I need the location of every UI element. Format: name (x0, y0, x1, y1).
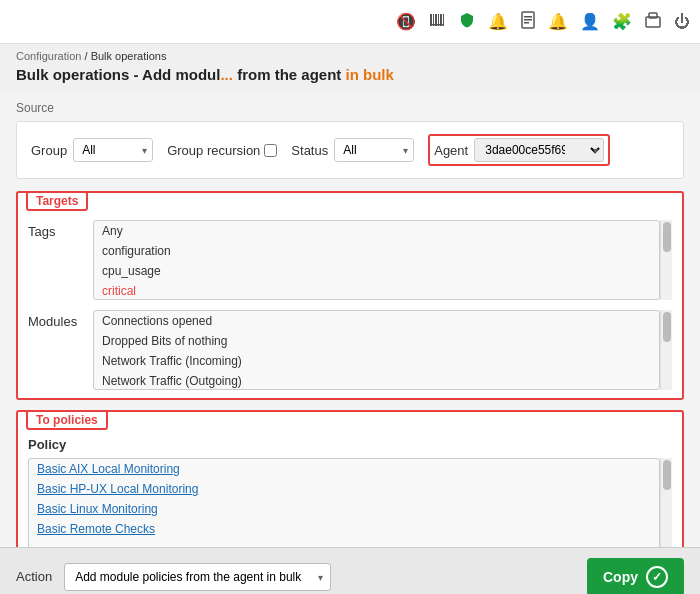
group-recursion-field: Group recursion (167, 143, 277, 158)
svg-rect-9 (524, 19, 532, 21)
source-label: Source (16, 101, 684, 115)
modules-label: Modules (28, 310, 83, 329)
targets-panel: Targets Tags Any configuration cpu_usage… (16, 191, 684, 400)
user-icon[interactable]: 👤 (580, 12, 600, 31)
agent-select-wrapper: 3dae00ce55f6985a... (474, 138, 604, 162)
copy-button[interactable]: Copy ✓ (587, 558, 684, 595)
policies-panel-title: To policies (26, 410, 108, 430)
status-select-wrapper: All (334, 138, 414, 162)
tag-configuration[interactable]: configuration (94, 241, 659, 261)
modules-scrollbar-thumb (663, 312, 671, 342)
top-nav: 📵 🔔 🔔 👤 🧩 ⏻ (0, 0, 700, 44)
bell-icon[interactable]: 🔔 (488, 12, 508, 31)
module-bits[interactable]: Dropped Bits of nothing (94, 331, 659, 351)
modules-scrollbar[interactable] (660, 310, 672, 390)
policy-linux[interactable]: Basic Linux Monitoring (29, 499, 659, 519)
breadcrumb-bulk: Bulk operations (91, 50, 167, 62)
modules-list-box[interactable]: Connections opened Dropped Bits of nothi… (93, 310, 660, 390)
svg-rect-10 (524, 22, 529, 24)
tag-critical[interactable]: critical (94, 281, 659, 300)
policies-panel: To policies Policy Basic AIX Local Monit… (16, 410, 684, 547)
status-field: Status All (291, 138, 414, 162)
svg-rect-6 (430, 24, 444, 26)
svg-rect-12 (649, 13, 657, 18)
group-label: Group (31, 143, 67, 158)
page-title: Bulk operations - Add modul... from the … (0, 64, 700, 91)
agent-label: Agent (434, 143, 468, 158)
source-section: Group All Group recursion Status All (16, 121, 684, 179)
logout-icon[interactable]: ⏻ (674, 13, 690, 31)
tags-list-box[interactable]: Any configuration cpu_usage critical (93, 220, 660, 300)
copy-button-label: Copy (603, 569, 638, 585)
group-recursion-label: Group recursion (167, 143, 260, 158)
tags-list-wrap: Any configuration cpu_usage critical (93, 220, 672, 300)
modules-list-wrap: Connections opened Dropped Bits of nothi… (93, 310, 672, 390)
group-field: Group All (31, 138, 153, 162)
status-label: Status (291, 143, 328, 158)
copy-check-icon: ✓ (646, 566, 668, 588)
group-recursion-checkbox[interactable] (264, 144, 277, 157)
main-content: Source Group All Group recursion Status (0, 91, 700, 547)
policy-aix[interactable]: Basic AIX Local Monitoring (29, 459, 659, 479)
tags-scrollbar[interactable] (660, 220, 672, 300)
bell2-icon[interactable]: 🔔 (548, 12, 568, 31)
action-label: Action (16, 569, 52, 584)
tags-scrollbar-thumb (663, 222, 671, 252)
module-traffic-in[interactable]: Network Traffic (Incoming) (94, 351, 659, 371)
phone-icon[interactable]: 📵 (396, 12, 416, 31)
policy-scrollbar-thumb (663, 460, 671, 490)
module-connections[interactable]: Connections opened (94, 311, 659, 331)
policies-content: Policy Basic AIX Local Monitoring Basic … (18, 431, 682, 547)
agent-field: Agent 3dae00ce55f6985a... (428, 134, 610, 166)
tag-cpu-usage[interactable]: cpu_usage (94, 261, 659, 281)
agent-select[interactable]: 3dae00ce55f6985a... (474, 138, 604, 162)
targets-panel-title: Targets (26, 191, 88, 211)
policy-remote[interactable]: Basic Remote Checks (29, 519, 659, 539)
policy-list-wrap: Basic AIX Local Monitoring Basic HP-UX L… (28, 458, 672, 547)
breadcrumb-config[interactable]: Configuration (16, 50, 81, 62)
policy-list-box[interactable]: Basic AIX Local Monitoring Basic HP-UX L… (28, 458, 660, 547)
module-traffic-out[interactable]: Network Traffic (Outgoing) (94, 371, 659, 390)
box-icon[interactable] (644, 11, 662, 33)
doc-icon[interactable] (520, 11, 536, 33)
targets-content: Tags Any configuration cpu_usage critica… (18, 212, 682, 398)
tags-label: Tags (28, 220, 83, 239)
status-select[interactable]: All (334, 138, 414, 162)
bottom-bar: Action Add module policies from the agen… (0, 547, 700, 594)
group-select[interactable]: All (73, 138, 153, 162)
shield-active-icon[interactable] (458, 11, 476, 33)
svg-rect-8 (524, 16, 532, 18)
policy-scrollbar[interactable] (660, 458, 672, 547)
action-select[interactable]: Add module policies from the agent in bu… (64, 563, 331, 591)
action-select-wrapper: Add module policies from the agent in bu… (64, 563, 331, 591)
policy-column-header: Policy (28, 437, 672, 452)
tag-any[interactable]: Any (94, 221, 659, 241)
policy-hpux[interactable]: Basic HP-UX Local Monitoring (29, 479, 659, 499)
group-select-wrapper: All (73, 138, 153, 162)
breadcrumb: Configuration / Bulk operations (0, 44, 700, 64)
modules-row: Modules Connections opened Dropped Bits … (28, 310, 672, 390)
puzzle-icon[interactable]: 🧩 (612, 12, 632, 31)
barcode-icon[interactable] (428, 11, 446, 33)
tags-row: Tags Any configuration cpu_usage critica… (28, 220, 672, 300)
